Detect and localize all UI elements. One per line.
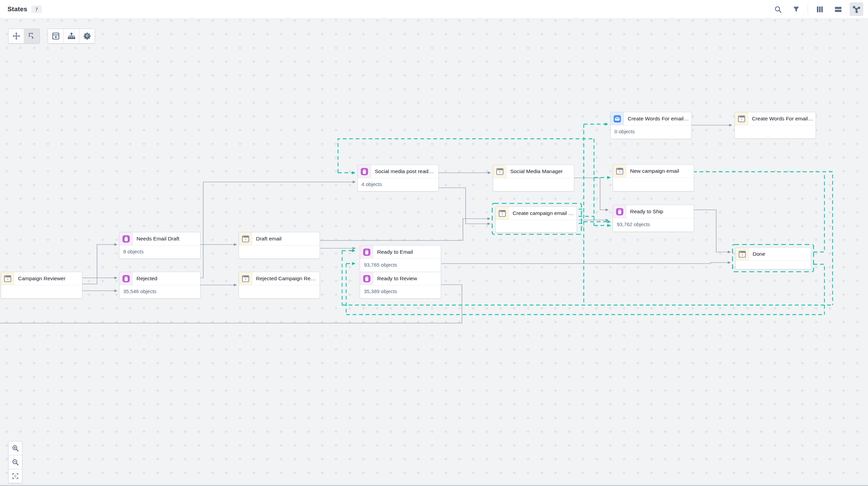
node-ready-to-email[interactable]: Ready to Email 93,765 objects bbox=[360, 245, 441, 272]
node-object-count: 0 objects bbox=[611, 125, 691, 134]
node-title: Social Media Manager bbox=[507, 168, 566, 174]
action-bolt-icon bbox=[496, 207, 509, 220]
action-bolt-icon bbox=[737, 115, 746, 123]
node-title: Create Words For email… bbox=[748, 116, 816, 122]
node-create-words-for-email-1[interactable]: Create Words For email… 0 objects bbox=[610, 112, 692, 139]
zoom-out-icon[interactable] bbox=[9, 455, 22, 469]
fit-to-screen-icon[interactable] bbox=[9, 469, 22, 483]
state-clipboard-icon bbox=[119, 232, 133, 245]
email-envelope-icon bbox=[611, 112, 624, 125]
action-bolt-icon bbox=[1, 272, 14, 285]
rows-view-icon[interactable] bbox=[831, 2, 845, 16]
search-icon[interactable] bbox=[771, 2, 785, 16]
action-bolt-icon bbox=[241, 235, 250, 243]
action-bolt-icon bbox=[613, 165, 626, 178]
state-clipboard-icon bbox=[360, 167, 369, 176]
node-object-count: 35,389 objects bbox=[360, 285, 441, 294]
action-bolt-icon bbox=[239, 272, 252, 285]
action-bolt-icon bbox=[735, 112, 748, 125]
node-title: Ready to Email bbox=[373, 249, 417, 255]
action-bolt-icon bbox=[615, 167, 624, 175]
header-actions bbox=[771, 0, 863, 18]
page-title: States bbox=[7, 5, 27, 13]
state-clipboard-icon bbox=[615, 207, 624, 216]
node-title: Social media post read… bbox=[371, 168, 437, 174]
state-clipboard-icon bbox=[360, 246, 373, 258]
node-draft-email[interactable]: Draft email bbox=[239, 232, 320, 259]
settings-gear-icon[interactable] bbox=[79, 29, 95, 43]
pan-tool-button[interactable] bbox=[9, 29, 24, 43]
state-clipboard-icon bbox=[358, 165, 371, 178]
workflow-canvas-app: { "header": { "title": "States", "badge"… bbox=[0, 0, 868, 486]
select-tool-button[interactable] bbox=[24, 29, 39, 43]
state-clipboard-icon bbox=[362, 248, 371, 257]
action-bolt-icon bbox=[493, 165, 507, 178]
node-ready-to-review[interactable]: Ready to Review 35,389 objects bbox=[360, 272, 441, 299]
node-object-count: 35,546 objects bbox=[119, 285, 200, 294]
action-bolt-icon bbox=[738, 250, 746, 258]
node-title: New campaign email bbox=[626, 168, 683, 174]
state-clipboard-icon bbox=[122, 274, 131, 283]
header-bar: States 7 bbox=[0, 0, 868, 19]
node-new-campaign-email[interactable]: New campaign email bbox=[613, 164, 694, 191]
node-create-words-for-email-2[interactable]: Create Words For email… bbox=[735, 112, 816, 139]
node-title: Create campaign email … bbox=[509, 210, 577, 216]
state-clipboard-icon bbox=[360, 272, 373, 285]
action-bolt-icon bbox=[498, 209, 507, 218]
node-rejected-campaign-re[interactable]: Rejected Campaign Re… bbox=[239, 272, 320, 299]
insert-card-tool-button[interactable] bbox=[48, 29, 63, 43]
canvas-action-toolbar bbox=[48, 29, 95, 44]
node-title: Rejected Campaign Re… bbox=[252, 275, 320, 282]
action-bolt-icon bbox=[3, 274, 12, 283]
node-title: Done bbox=[749, 251, 769, 257]
graph-view-icon[interactable] bbox=[850, 2, 863, 16]
columns-view-icon[interactable] bbox=[813, 2, 826, 16]
node-title: Draft email bbox=[252, 236, 285, 242]
node-object-count: 93,762 objects bbox=[613, 218, 694, 227]
states-count-badge: 7 bbox=[31, 5, 42, 13]
node-done[interactable]: Done bbox=[735, 247, 811, 269]
canvas-mode-toolbar bbox=[8, 29, 40, 44]
filter-icon[interactable] bbox=[789, 2, 803, 16]
node-title: Rejected bbox=[133, 275, 161, 282]
node-needs-email-draft[interactable]: Needs Email Draft 8 objects bbox=[119, 232, 200, 259]
node-title: Needs Email Draft bbox=[133, 236, 183, 242]
node-rejected[interactable]: Rejected 35,546 objects bbox=[119, 272, 200, 299]
node-title: Ready to Ship bbox=[626, 208, 667, 215]
node-object-count: 4 objects bbox=[358, 178, 438, 187]
auto-layout-tool-button[interactable] bbox=[63, 29, 79, 43]
header-divider bbox=[808, 5, 808, 14]
node-ready-to-ship[interactable]: Ready to Ship 93,762 objects bbox=[613, 205, 694, 232]
node-social-media-manager[interactable]: Social Media Manager bbox=[493, 165, 574, 191]
zoom-in-icon[interactable] bbox=[9, 441, 22, 455]
node-social-media-post-read[interactable]: Social media post read… 4 objects bbox=[357, 165, 439, 191]
state-clipboard-icon bbox=[362, 274, 371, 283]
action-bolt-icon bbox=[241, 274, 250, 283]
state-clipboard-icon bbox=[122, 234, 131, 244]
node-create-campaign-email[interactable]: Create campaign email … bbox=[495, 206, 577, 233]
node-campaign-reviewer[interactable]: Campaign Reviewer bbox=[1, 272, 82, 299]
action-bolt-icon bbox=[736, 248, 749, 261]
node-object-count: 8 objects bbox=[119, 246, 200, 254]
action-bolt-icon bbox=[239, 232, 252, 245]
state-clipboard-icon bbox=[613, 205, 626, 218]
node-title: Ready to Review bbox=[373, 275, 421, 282]
node-title: Create Words For email… bbox=[624, 116, 691, 122]
state-clipboard-icon bbox=[119, 272, 133, 285]
node-object-count: 93,765 objects bbox=[360, 259, 441, 268]
zoom-controls bbox=[8, 441, 22, 483]
action-bolt-icon bbox=[496, 167, 504, 176]
node-title: Campaign Reviewer bbox=[14, 275, 69, 282]
email-envelope-icon bbox=[613, 114, 622, 123]
